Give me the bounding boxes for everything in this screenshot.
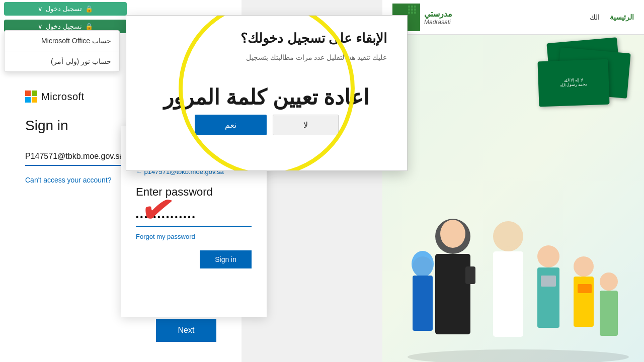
svg-rect-20 xyxy=(408,6,410,8)
svg-rect-12 xyxy=(578,284,592,293)
modal-big-text: اعادة تعيين كلمة المرور xyxy=(136,85,397,110)
svg-rect-22 xyxy=(414,6,416,8)
modal-no-button[interactable]: لا xyxy=(273,115,339,135)
ms-blue-square xyxy=(25,97,31,103)
svg-point-16 xyxy=(412,251,434,277)
svg-rect-17 xyxy=(413,276,433,331)
svg-point-13 xyxy=(600,273,618,291)
top-nav-left: 🔒 تسجيل دخول ∨ 🔒 تسجيل دخول ∨ xyxy=(0,0,131,25)
flag-3: لا إله إلا اللهمحمد رسول الله xyxy=(537,59,609,107)
madrasati-logo-texts: مدرستي Madrasati xyxy=(424,9,452,26)
forgot-password-link[interactable]: Forgot my password xyxy=(136,233,252,240)
svg-rect-14 xyxy=(600,291,618,336)
lock-icon: 🔒 xyxy=(85,5,93,13)
next-button[interactable]: Next xyxy=(156,319,216,342)
modal-dialog: الإبقاء على تسجيل دخولك؟ عليك تنفيذ هذا … xyxy=(126,15,408,171)
svg-rect-5 xyxy=(493,251,523,337)
login-btn-1[interactable]: 🔒 تسجيل دخول ∨ xyxy=(4,2,127,16)
madrasati-arabic-text: مدرستي xyxy=(424,9,452,19)
svg-rect-24 xyxy=(411,9,413,11)
madrasati-nav: الك الرئيسية xyxy=(590,13,634,21)
svg-rect-21 xyxy=(411,6,413,8)
svg-point-10 xyxy=(574,256,594,277)
ms-green-square xyxy=(32,90,37,96)
madrasati-topbar: م د ر مدرستي Madrasati الك الرئيسية xyxy=(382,0,644,35)
saudi-flags: لا إله إلا اللهمحمد رسول الله لا إله إلا… xyxy=(533,40,634,121)
svg-rect-3 xyxy=(465,266,475,284)
svg-point-7 xyxy=(537,245,559,267)
modal-big-text-container: اعادة تعيين كلمة المرور xyxy=(126,85,407,110)
svg-point-2 xyxy=(440,220,465,248)
nav-link-other[interactable]: الك xyxy=(590,13,600,21)
modal-yes-button[interactable]: نعم xyxy=(195,115,267,135)
login-btn-1-label: تسجيل دخول xyxy=(46,5,82,13)
ms-red-square xyxy=(25,90,31,96)
dropdown-item-1[interactable]: حساب Microsoft Office xyxy=(5,31,119,51)
svg-rect-27 xyxy=(411,12,413,14)
svg-rect-23 xyxy=(408,9,410,11)
svg-rect-28 xyxy=(414,12,416,14)
madrasati-english-text: Madrasati xyxy=(424,19,452,26)
login-btn-2-label: تسجيل دخول xyxy=(46,23,82,30)
dropdown-menu: حساب Microsoft Office حساب نور (ولي أمر) xyxy=(4,30,120,72)
svg-rect-1 xyxy=(435,254,470,334)
madrasati-bg: لا إله إلا اللهمحمد رسول الله لا إله إلا… xyxy=(382,0,644,362)
modal-buttons: نعم لا xyxy=(126,115,407,135)
svg-point-18 xyxy=(408,349,629,362)
chevron-down-icon-2: ∨ xyxy=(38,23,43,30)
svg-rect-26 xyxy=(408,12,410,14)
ms-logo-grid xyxy=(25,90,37,103)
svg-rect-9 xyxy=(541,276,556,287)
modal-subtitle: عليك تنفيذ هذا لتقليل عدد مرات مطالبتك ب… xyxy=(146,52,387,63)
svg-point-6 xyxy=(497,222,519,247)
nav-link-home[interactable]: الرئيسية xyxy=(610,13,634,21)
modal-inner: الإبقاء على تسجيل دخولك؟ عليك تنفيذ هذا … xyxy=(126,16,407,85)
modal-title: الإبقاء على تسجيل دخولك؟ xyxy=(146,31,387,46)
svg-rect-25 xyxy=(414,9,416,11)
flag-text-3: لا إله إلا اللهمحمد رسول الله xyxy=(537,59,609,88)
lock-icon-2: 🔒 xyxy=(85,23,93,30)
signin-button[interactable]: Sign in xyxy=(200,250,252,268)
microsoft-logo-text: Microsoft xyxy=(41,91,85,103)
characters-illustration xyxy=(392,136,644,362)
chevron-down-icon: ∨ xyxy=(38,5,43,13)
ms-yellow-square xyxy=(32,97,37,103)
dropdown-item-2[interactable]: حساب نور (ولي أمر) xyxy=(5,51,119,71)
